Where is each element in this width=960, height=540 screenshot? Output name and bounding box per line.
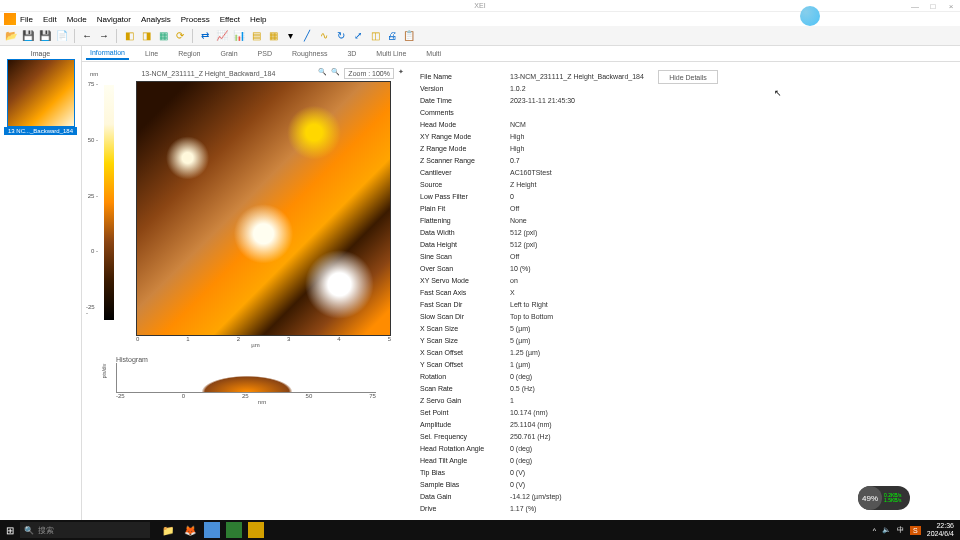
tab-line[interactable]: Line xyxy=(141,48,162,59)
back-icon[interactable]: ← xyxy=(80,29,94,43)
tab-information[interactable]: Information xyxy=(86,47,129,60)
menu-file[interactable]: File xyxy=(20,15,33,24)
firefox-icon[interactable]: 🦊 xyxy=(182,522,198,538)
detail-row: Fast Scan AxisX xyxy=(420,286,650,298)
menu-analysis[interactable]: Analysis xyxy=(141,15,171,24)
menu-effect[interactable]: Effect xyxy=(220,15,240,24)
detail-row: Low Pass Filter0 xyxy=(420,190,650,202)
curve-icon[interactable]: ∿ xyxy=(317,29,331,43)
histogram-plot: pts/div xyxy=(116,363,376,393)
doc-icon[interactable]: 📋 xyxy=(402,29,416,43)
app3-icon[interactable] xyxy=(248,522,264,538)
refresh-icon[interactable]: ⟳ xyxy=(173,29,187,43)
tool-b-icon[interactable]: ◨ xyxy=(139,29,153,43)
y-unit: nm xyxy=(90,71,98,77)
save-icon[interactable]: 💾 xyxy=(21,29,35,43)
tab-region[interactable]: Region xyxy=(174,48,204,59)
image-thumbnail[interactable] xyxy=(7,59,75,127)
detail-row: Y Scan Offset1 (µm) xyxy=(420,358,650,370)
detail-row: Data Height512 (pxl) xyxy=(420,238,650,250)
zoom-out-icon[interactable]: 🔍 xyxy=(331,68,340,79)
detail-row: Rotation0 (deg) xyxy=(420,370,650,382)
export-icon[interactable]: 📄 xyxy=(55,29,69,43)
tray-up-icon[interactable]: ^ xyxy=(873,527,876,534)
detail-row: Fast Scan DirLeft to Right xyxy=(420,298,650,310)
explorer-icon[interactable]: 📁 xyxy=(160,522,176,538)
colorbar xyxy=(104,85,114,320)
details-table: File Name13-NCM_231111_Z Height_Backward… xyxy=(420,70,650,512)
hide-details-button[interactable]: Hide Details xyxy=(658,70,718,84)
search-placeholder: 搜索 xyxy=(38,525,54,536)
start-button[interactable]: ⊞ xyxy=(0,520,20,540)
histogram-panel: Histogram pts/div -250255075 nm xyxy=(86,356,408,405)
window-title: XEI xyxy=(474,0,485,12)
maximize-button[interactable]: □ xyxy=(924,0,942,12)
tab-multi[interactable]: Multi xyxy=(422,48,445,59)
zoom-in-icon[interactable]: 🔍 xyxy=(318,68,327,79)
app2-icon[interactable] xyxy=(226,522,242,538)
grid-icon[interactable]: ▦ xyxy=(266,29,280,43)
tab-grain[interactable]: Grain xyxy=(216,48,241,59)
x-unit: µm xyxy=(120,342,391,348)
sidebar: Image 13 NC..._Backward_184 xyxy=(0,46,82,520)
forward-icon[interactable]: → xyxy=(97,29,111,43)
colorbar-ticks: 75 -50 -25 -0 --25 - xyxy=(86,81,98,316)
detail-row: CantileverAC160TStest xyxy=(420,166,650,178)
tab-psd[interactable]: PSD xyxy=(254,48,276,59)
open-icon[interactable]: 📂 xyxy=(4,29,18,43)
afm-heatmap[interactable] xyxy=(136,81,391,336)
taskbar-search[interactable]: 🔍 搜索 xyxy=(20,522,150,538)
detail-row: Sine ScanOff xyxy=(420,250,650,262)
detail-row: XY Range ModeHigh xyxy=(420,130,650,142)
dropdown-icon[interactable]: ▾ xyxy=(283,29,297,43)
detail-row: Head Tilt Angle0 (deg) xyxy=(420,454,650,466)
thumbnail-label: 13 NC..._Backward_184 xyxy=(4,127,77,135)
detail-row: Comments xyxy=(420,106,650,118)
assistant-orb-icon[interactable] xyxy=(800,6,820,26)
settings-icon[interactable]: ✦ xyxy=(398,68,404,79)
menu-navigator[interactable]: Navigator xyxy=(97,15,131,24)
close-button[interactable]: × xyxy=(942,0,960,12)
app1-icon[interactable] xyxy=(204,522,220,538)
menu-process[interactable]: Process xyxy=(181,15,210,24)
tray-lang-icon[interactable]: 中 xyxy=(897,525,904,535)
detail-row: File Name13-NCM_231111_Z Height_Backward… xyxy=(420,70,650,82)
tab-multiline[interactable]: Multi Line xyxy=(372,48,410,59)
menu-help[interactable]: Help xyxy=(250,15,266,24)
detail-row: Slow Scan DirTop to Bottom xyxy=(420,310,650,322)
tool-a-icon[interactable]: ◧ xyxy=(122,29,136,43)
preset-icon[interactable]: ◫ xyxy=(368,29,382,43)
tab-roughness[interactable]: Roughness xyxy=(288,48,331,59)
print-icon[interactable]: 🖨 xyxy=(385,29,399,43)
performance-badge[interactable]: 49% 0.2KB/s1.5KB/s xyxy=(858,486,910,510)
minimize-button[interactable]: — xyxy=(906,0,924,12)
swap-icon[interactable]: ⇄ xyxy=(198,29,212,43)
detail-row: Sample Bias0 (V) xyxy=(420,478,650,490)
tabs: Information Line Region Grain PSD Roughn… xyxy=(82,46,960,62)
tool-c-icon[interactable]: ▦ xyxy=(156,29,170,43)
save-all-icon[interactable]: 💾 xyxy=(38,29,52,43)
detail-row: X Scan Offset1.25 (µm) xyxy=(420,346,650,358)
detail-row: Tip Bias0 (V) xyxy=(420,466,650,478)
detail-row: Date Time2023-11-11 21:45:30 xyxy=(420,94,650,106)
expand-icon[interactable]: ⤢ xyxy=(351,29,365,43)
menu-mode[interactable]: Mode xyxy=(67,15,87,24)
chart1-icon[interactable]: 📈 xyxy=(215,29,229,43)
chart3-icon[interactable]: ▤ xyxy=(249,29,263,43)
zoom-level[interactable]: Zoom : 100% xyxy=(344,68,394,79)
toolbar: 📂 💾 💾 📄 ← → ◧ ◨ ▦ ⟳ ⇄ 📈 📊 ▤ ▦ ▾ ╱ ∿ ↻ ⤢ … xyxy=(0,26,960,46)
detail-row: Head ModeNCM xyxy=(420,118,650,130)
chart2-icon[interactable]: 📊 xyxy=(232,29,246,43)
detail-row: Set Point10.174 (nm) xyxy=(420,406,650,418)
tray-ime-icon[interactable]: S xyxy=(910,526,921,535)
tray-net-icon[interactable]: 🔈 xyxy=(882,526,891,534)
perf-percent: 49% xyxy=(858,486,882,510)
tab-3d[interactable]: 3D xyxy=(343,48,360,59)
detail-row: Z Range ModeHigh xyxy=(420,142,650,154)
system-tray[interactable]: ^ 🔈 中 S 22:362024/6/4 xyxy=(873,522,960,537)
line-icon[interactable]: ╱ xyxy=(300,29,314,43)
rotate-icon[interactable]: ↻ xyxy=(334,29,348,43)
detail-row: XY Servo Modeon xyxy=(420,274,650,286)
menu-edit[interactable]: Edit xyxy=(43,15,57,24)
detail-row: Data Gain-14.12 (µm/step) xyxy=(420,490,650,502)
